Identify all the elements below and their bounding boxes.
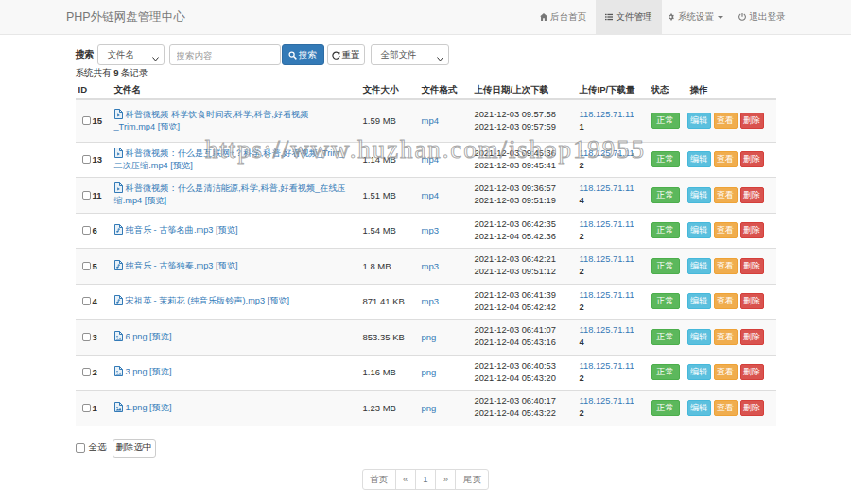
file-format-link[interactable]: png	[422, 367, 437, 377]
edit-button[interactable]: 编辑	[687, 293, 711, 309]
file-format-link[interactable]: mp4	[422, 115, 439, 126]
row-checkbox[interactable]	[82, 226, 91, 235]
edit-button[interactable]: 编辑	[687, 329, 711, 345]
last-download-date: 2021-12-03 09:57:59	[475, 122, 556, 131]
delete-button[interactable]: 删除	[740, 151, 764, 167]
status-button[interactable]: 正常	[651, 293, 680, 309]
edit-button[interactable]: 编辑	[687, 151, 711, 167]
delete-button[interactable]: 删除	[740, 113, 764, 129]
view-button[interactable]: 查看	[714, 258, 738, 274]
preview-link[interactable]: [预览]	[216, 225, 237, 235]
row-checkbox[interactable]	[82, 333, 91, 341]
row-checkbox[interactable]	[82, 297, 91, 305]
row-checkbox[interactable]	[82, 404, 91, 412]
edit-button[interactable]: 编辑	[687, 113, 711, 129]
row-checkbox[interactable]	[82, 116, 91, 125]
search-field-select[interactable]: 文件名	[97, 44, 165, 65]
delete-button[interactable]: 删除	[740, 364, 764, 380]
delete-button[interactable]: 删除	[740, 329, 764, 345]
pagination-last[interactable]: 尾页	[455, 469, 489, 490]
row-checkbox[interactable]	[82, 191, 91, 200]
file-type-select[interactable]: 全部文件	[371, 44, 449, 65]
upload-ip-link[interactable]: 118.125.71.11	[580, 219, 634, 229]
file-name-link[interactable]: 科普微视频 科学饮食时间表,科学,科普,好看视频_Trim.mp4	[114, 110, 309, 131]
file-name-link[interactable]: 宋祖英 - 茉莉花 (纯音乐版铃声).mp3	[114, 296, 266, 305]
last-download-date: 2021-12-04 05:42:42	[475, 303, 556, 312]
upload-ip-link[interactable]: 118.125.71.11	[580, 396, 634, 406]
file-format-link[interactable]: mp3	[422, 261, 439, 271]
reset-button[interactable]: 重置	[327, 44, 365, 65]
view-button[interactable]: 查看	[714, 293, 738, 309]
file-name-link[interactable]: 6.png	[114, 332, 148, 341]
preview-link[interactable]: [预览]	[149, 332, 171, 341]
preview-link[interactable]: [预览]	[149, 367, 171, 376]
file-format-link[interactable]: png	[422, 403, 437, 413]
preview-link[interactable]: [预览]	[268, 296, 289, 305]
file-name-link[interactable]: 科普微视频：什么是互联网+？科学,科普,好看视频_Trim_二次压缩.mp4	[114, 148, 345, 170]
view-button[interactable]: 查看	[714, 222, 738, 238]
view-button[interactable]: 查看	[714, 329, 738, 345]
pagination-first[interactable]: 首页	[362, 469, 396, 490]
delete-button[interactable]: 删除	[740, 400, 764, 416]
view-button[interactable]: 查看	[714, 364, 738, 380]
status-button[interactable]: 正常	[651, 151, 680, 167]
status-button[interactable]: 正常	[651, 187, 680, 203]
upload-ip-link[interactable]: 118.125.71.11	[580, 110, 634, 119]
upload-ip-link[interactable]: 118.125.71.11	[580, 148, 634, 158]
file-format-link[interactable]: mp4	[422, 154, 439, 165]
file-format-link[interactable]: mp3	[422, 225, 439, 235]
select-all-checkbox[interactable]	[76, 443, 85, 453]
file-name-link[interactable]: 1.png	[114, 403, 148, 412]
pagination-next[interactable]: »	[435, 469, 456, 490]
status-button[interactable]: 正常	[651, 329, 680, 345]
file-name-link[interactable]: 纯音乐 - 古筝独奏.mp3	[114, 261, 214, 270]
delete-button[interactable]: 删除	[740, 222, 764, 238]
preview-link[interactable]: [预览]	[145, 196, 166, 205]
file-name-link[interactable]: 3.png	[114, 367, 148, 376]
edit-button[interactable]: 编辑	[687, 364, 711, 380]
search-button[interactable]: 搜索	[282, 44, 324, 65]
row-checkbox[interactable]	[82, 155, 91, 164]
delete-button[interactable]: 删除	[740, 258, 764, 274]
edit-button[interactable]: 编辑	[687, 222, 711, 238]
upload-ip-link[interactable]: 118.125.71.11	[580, 290, 634, 300]
view-button[interactable]: 查看	[714, 113, 738, 129]
upload-date: 2021-12-03 09:36:57	[475, 183, 556, 193]
preview-link[interactable]: [预览]	[170, 161, 192, 170]
preview-link[interactable]: [预览]	[149, 403, 171, 412]
file-format-link[interactable]: mp4	[422, 190, 439, 200]
edit-button[interactable]: 编辑	[687, 400, 711, 416]
status-button[interactable]: 正常	[651, 113, 680, 129]
table-row: 15 科普微视频 科学饮食时间表,科学,科普,好看视频_Trim.mp4 [预览…	[76, 99, 776, 142]
preview-link[interactable]: [预览]	[158, 122, 180, 131]
upload-ip-link[interactable]: 118.125.71.11	[580, 183, 634, 193]
upload-ip-link[interactable]: 118.125.71.11	[580, 361, 634, 371]
upload-ip-link[interactable]: 118.125.71.11	[580, 325, 634, 335]
delete-button[interactable]: 删除	[740, 293, 764, 309]
nav-item-system-settings[interactable]: 系统设置	[662, 0, 729, 34]
status-button[interactable]: 正常	[651, 258, 680, 274]
nav-item-admin-home[interactable]: 后台首页	[530, 0, 596, 34]
pagination-page-1[interactable]: 1	[415, 469, 436, 490]
edit-button[interactable]: 编辑	[687, 258, 711, 274]
pagination-prev[interactable]: «	[395, 469, 416, 490]
row-checkbox[interactable]	[82, 368, 91, 376]
row-checkbox[interactable]	[82, 262, 91, 270]
file-name-link[interactable]: 纯音乐 - 古筝名曲.mp3	[114, 225, 214, 235]
status-button[interactable]: 正常	[651, 222, 680, 238]
nav-item-logout[interactable]: 退出登录	[729, 0, 795, 34]
delete-selected-button[interactable]: 删除选中	[113, 439, 156, 458]
view-button[interactable]: 查看	[714, 151, 738, 167]
file-format-link[interactable]: png	[422, 332, 437, 342]
nav-item-file-management[interactable]: 文件管理	[596, 0, 662, 34]
view-button[interactable]: 查看	[714, 400, 738, 416]
edit-button[interactable]: 编辑	[687, 187, 711, 203]
status-button[interactable]: 正常	[651, 364, 680, 380]
delete-button[interactable]: 删除	[740, 187, 764, 203]
status-button[interactable]: 正常	[651, 400, 680, 416]
file-format-link[interactable]: mp3	[422, 296, 439, 306]
upload-ip-link[interactable]: 118.125.71.11	[580, 254, 634, 264]
view-button[interactable]: 查看	[714, 187, 738, 203]
preview-link[interactable]: [预览]	[216, 261, 237, 270]
search-input[interactable]	[169, 44, 281, 65]
